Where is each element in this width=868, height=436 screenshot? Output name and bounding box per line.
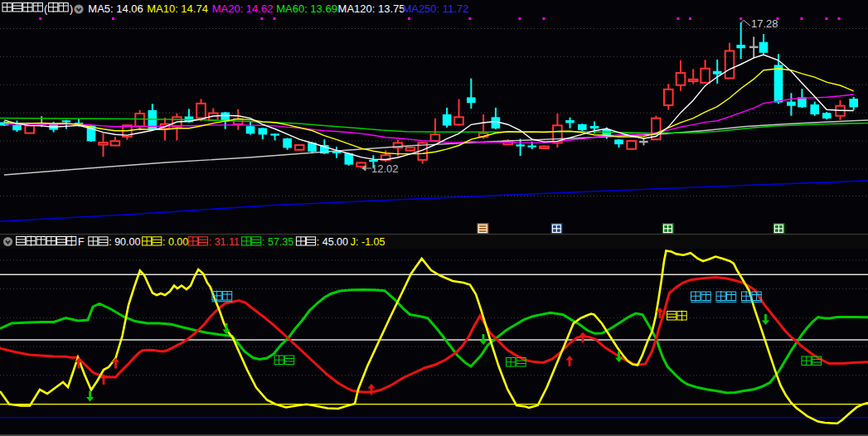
svg-text:MA10: 14.74: MA10: 14.74 xyxy=(147,2,208,15)
svg-text:: 0.00: : 0.00 xyxy=(162,236,188,248)
svg-text:12.02: 12.02 xyxy=(371,162,399,175)
svg-text:MA120: 13.75: MA120: 13.75 xyxy=(338,2,405,15)
svg-text:: 57.35: : 57.35 xyxy=(262,236,293,248)
svg-text:MA5: 14.06: MA5: 14.06 xyxy=(88,2,143,15)
svg-text:MA250: 11.72: MA250: 11.72 xyxy=(402,2,468,15)
svg-text:J: -1.05: J: -1.05 xyxy=(351,236,386,248)
svg-text:MA60: 13.69: MA60: 13.69 xyxy=(276,2,337,15)
svg-text:): ) xyxy=(70,3,73,15)
svg-text:17.28: 17.28 xyxy=(751,17,778,30)
svg-text:MA20: 14.62: MA20: 14.62 xyxy=(212,2,274,15)
svg-text:F: F xyxy=(78,236,85,248)
svg-text:: 90.00: : 90.00 xyxy=(109,236,140,248)
svg-text:: 45.00: : 45.00 xyxy=(317,236,348,248)
svg-text:: 31.11: : 31.11 xyxy=(209,236,240,248)
